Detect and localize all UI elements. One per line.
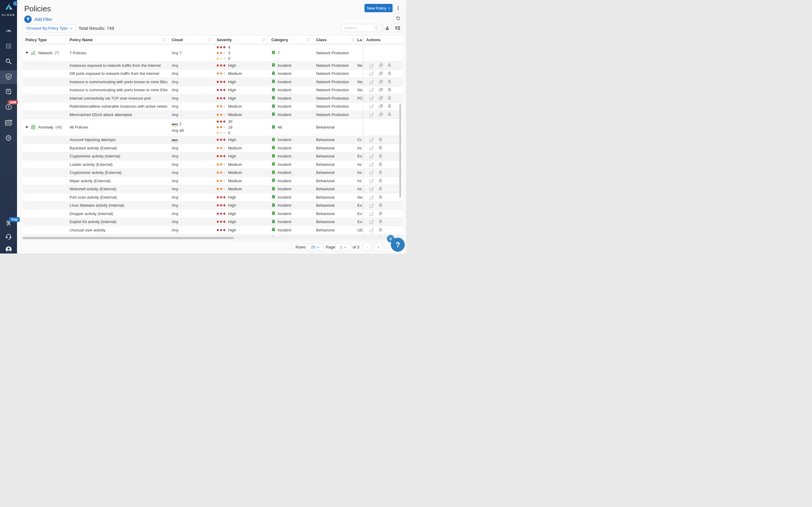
column-header-policy-type[interactable]: Policy Type↓↑ (23, 36, 65, 44)
bell-action-button[interactable] (378, 154, 383, 159)
edit-action-button[interactable] (369, 154, 374, 159)
policy-name-cell[interactable]: Port scan activity (External) (65, 193, 167, 201)
alarm-bell-icon[interactable] (378, 146, 383, 151)
policy-row[interactable]: Webshell activity (External)AnyMediumInc… (23, 185, 402, 193)
edit-icon[interactable] (369, 96, 374, 101)
policy-row[interactable]: RedisWannaMine vulnerable instances with… (23, 102, 402, 111)
edit-action-button[interactable] (369, 96, 374, 101)
policy-name-cell[interactable]: Loader activity (External) (65, 161, 167, 169)
column-header-policy-name[interactable]: Policy Name↓↑ (65, 36, 167, 44)
policy-name-link[interactable]: RedisWannaMine vulnerable instances with… (69, 104, 167, 109)
policy-row[interactable]: Port scan activity (External)AnyHighInci… (23, 193, 402, 201)
edit-icon[interactable] (369, 112, 374, 117)
policy-name-cell[interactable]: Unusual user activity (65, 226, 167, 234)
group-policy-type[interactable]: Network(7) (23, 45, 65, 61)
bell-action-button[interactable] (378, 219, 383, 224)
policy-row[interactable]: DB ports exposed to network traffic from… (23, 69, 402, 78)
policy-row[interactable]: Loader activity (External)AnyMediumIncid… (23, 160, 402, 169)
alarm-bell-icon[interactable] (387, 112, 392, 117)
edit-icon[interactable] (369, 71, 374, 76)
alarm-bell-icon[interactable] (387, 63, 392, 68)
policy-name-cell[interactable]: Cryptominer activity (Internal) (65, 152, 167, 161)
policy-row[interactable]: Cryptominer activity (Internal)AnyHighIn… (23, 152, 402, 161)
policy-row[interactable]: Account hijacking attemptsawsHighInciden… (23, 136, 402, 144)
edit-icon[interactable] (369, 211, 374, 216)
clone-icon[interactable] (378, 88, 383, 93)
column-header-cloud[interactable]: Cloud↓↑ (167, 36, 212, 44)
bell-action-button[interactable] (378, 203, 383, 208)
policy-name-link[interactable]: Exploit Kit activity (Internal) (69, 220, 116, 224)
clone-action-button[interactable] (378, 112, 383, 117)
policy-row[interactable]: Instances exposed to network traffic fro… (23, 61, 402, 69)
download-button[interactable] (383, 24, 392, 32)
page-select[interactable]: 1 (335, 243, 351, 251)
alarm-bell-icon[interactable] (378, 178, 383, 183)
horizontal-scrollbar-thumb[interactable] (23, 237, 234, 239)
alarm-bell-icon[interactable] (378, 137, 383, 142)
policy-row[interactable]: Backdoor activity (External)AnyMediumInc… (23, 144, 402, 152)
edit-icon[interactable] (369, 162, 374, 167)
policy-name-link[interactable]: DB ports exposed to network traffic from… (69, 71, 159, 76)
policy-name-cell[interactable]: Dropper activity (Internal) (65, 210, 167, 218)
clone-icon[interactable] (378, 96, 383, 101)
clone-icon[interactable] (378, 71, 383, 76)
sort-icon[interactable]: ↓↑ (49, 38, 51, 42)
policy-name-link[interactable]: Account hijacking attempts (69, 137, 116, 142)
sidebar-item-policies-shield[interactable] (0, 70, 17, 84)
policy-name-cell[interactable]: DB ports exposed to network traffic from… (65, 70, 167, 78)
clone-action-button[interactable] (378, 79, 383, 84)
bell-action-button[interactable] (387, 79, 392, 84)
grouped-by-dropdown[interactable]: Grouped By:Policy Type (23, 24, 75, 32)
sidebar-item-inventory-checklist[interactable] (0, 39, 17, 53)
policy-name-link[interactable]: Memcached DDoS attack attempted (69, 112, 132, 117)
edit-icon[interactable] (369, 79, 374, 84)
edit-action-button[interactable] (369, 88, 374, 93)
policy-name-cell[interactable]: Worm activity (External) (65, 234, 167, 237)
horizontal-scrollbar[interactable] (23, 236, 402, 239)
column-header-class[interactable]: Class↓↑ (312, 36, 356, 44)
policy-row[interactable]: Unusual user activityAnyHighIncidentBeha… (23, 226, 402, 234)
policy-name-link[interactable]: Wiper activity (External) (69, 179, 110, 183)
reset-button[interactable] (394, 14, 402, 22)
alarm-bell-icon[interactable] (378, 154, 383, 159)
bell-action-button[interactable] (378, 146, 383, 151)
edit-icon[interactable] (369, 88, 374, 93)
edit-action-button[interactable] (369, 203, 374, 208)
sort-icon[interactable]: ↓↑ (328, 38, 331, 42)
bell-action-button[interactable] (378, 137, 383, 142)
policy-name-link[interactable]: Cryptominer activity (Internal) (69, 154, 120, 158)
alarm-bell-icon[interactable] (387, 96, 392, 101)
sidebar-expand-toggle[interactable]: › (13, 1, 17, 6)
bell-action-button[interactable] (378, 170, 383, 175)
bell-action-button[interactable] (387, 112, 392, 117)
policy-row[interactable]: Memcached DDoS attack attemptedAnyMedium… (23, 110, 402, 119)
alarm-bell-icon[interactable] (378, 228, 383, 233)
bell-action-button[interactable] (378, 228, 383, 233)
policy-name-link[interactable]: Webshell activity (External) (69, 187, 116, 191)
edit-action-button[interactable] (369, 137, 374, 142)
sidebar-item-compute-container[interactable] (0, 116, 17, 130)
drag-handle-icon[interactable] (207, 38, 210, 43)
edit-action-button[interactable] (369, 219, 374, 224)
alarm-bell-icon[interactable] (387, 104, 392, 109)
policy-name-cell[interactable]: Backdoor activity (External) (65, 144, 167, 152)
sort-icon[interactable]: ↓↑ (184, 38, 187, 42)
bell-action-button[interactable] (387, 63, 392, 68)
policy-name-link[interactable]: Instance is communicating with ports kno… (69, 79, 167, 84)
bell-action-button[interactable] (387, 96, 392, 101)
alarm-bell-icon[interactable] (378, 203, 383, 208)
edit-icon[interactable] (369, 137, 374, 142)
policy-name-link[interactable]: Unusual user activity (69, 228, 105, 232)
help-button[interactable]: ? (391, 238, 405, 252)
edit-action-button[interactable] (369, 112, 374, 117)
policy-name-link[interactable]: Backdoor activity (External) (69, 146, 117, 150)
policy-name-cell[interactable]: Internet connectivity via TCP over insec… (65, 94, 167, 102)
policy-row[interactable]: Wiper activity (External)AnyMediumIncide… (23, 177, 402, 185)
edit-action-button[interactable] (369, 211, 374, 216)
edit-icon[interactable] (369, 228, 374, 233)
policy-name-cell[interactable]: Linux Malware activity (Internal) (65, 202, 167, 210)
policy-name-cell[interactable]: Cryptominer activity (External) (65, 169, 167, 177)
bell-action-button[interactable] (387, 88, 392, 93)
policy-name-cell[interactable]: Instance is communicating with ports kno… (65, 86, 167, 94)
sidebar-item-investigate-search[interactable] (0, 55, 17, 69)
